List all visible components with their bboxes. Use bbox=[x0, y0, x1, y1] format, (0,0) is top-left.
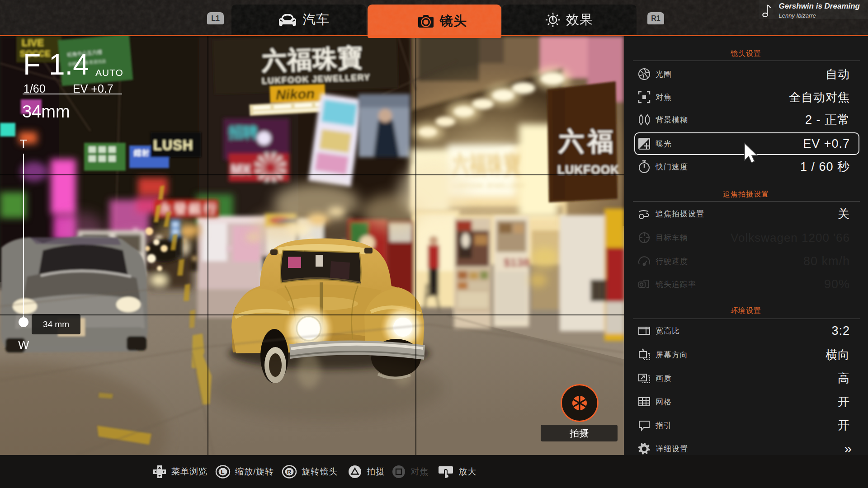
svg-text:鐳射: 鐳射 bbox=[133, 149, 149, 157]
svg-text:LIVE: LIVE bbox=[22, 37, 44, 48]
svg-text:$138: $138 bbox=[504, 256, 530, 269]
svg-text:招聘: 招聘 bbox=[228, 124, 258, 141]
svg-text:R: R bbox=[287, 469, 292, 475]
svg-text:LUSH: LUSH bbox=[153, 137, 193, 153]
svg-text:Nikon: Nikon bbox=[275, 86, 315, 103]
svg-text:六福珠寶: 六福珠寶 bbox=[261, 44, 364, 75]
svg-text:六福: 六福 bbox=[558, 127, 617, 155]
svg-text:L: L bbox=[221, 469, 225, 475]
